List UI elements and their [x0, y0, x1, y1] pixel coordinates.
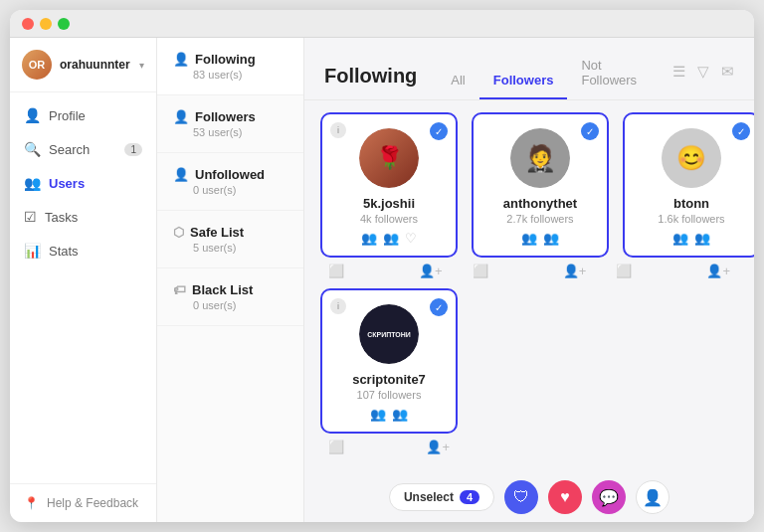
tab-followers[interactable]: Followers [479, 67, 568, 99]
stats-icon: 📊 [24, 243, 41, 259]
user-card-anthonythet[interactable]: ✓ 🤵 anthonythet 2.7k followers 👥 👥 [472, 112, 609, 258]
middle-item-followers[interactable]: 👤 Followers 53 user(s) [157, 95, 303, 153]
avatar-joshii: 🌹 [359, 128, 419, 188]
username-anthonythet: anthonythet [503, 196, 577, 211]
safelist-icon: ⬡ [173, 225, 184, 240]
unselect-count: 4 [460, 490, 479, 504]
sidebar-item-stats[interactable]: 📊 Stats [10, 234, 156, 267]
titlebar [10, 10, 754, 38]
header-actions: ☰ ▽ ✉ [672, 63, 734, 89]
close-dot[interactable] [22, 18, 34, 30]
blacklist-icon: 🏷 [173, 282, 186, 297]
check-icon: ✓ [581, 122, 599, 140]
follow-button-3[interactable]: 👤+ [706, 264, 730, 278]
app-window: OR orahuunnter ▾ 👤 Profile 🔍 Search 1 👥 … [10, 10, 754, 522]
tasks-icon: ☑ [24, 209, 37, 225]
users-icon2: 👥 [392, 407, 408, 422]
user-card-joshii[interactable]: i ✓ 🌹 5k.joshii 4k followers 👥 👥 ♡ [320, 112, 458, 258]
check-icon: ✓ [430, 122, 448, 140]
middle-item-following[interactable]: 👤 Following 83 user(s) [157, 38, 303, 95]
sidebar-item-profile[interactable]: 👤 Profile [10, 98, 156, 132]
search-action-button[interactable]: ☰ [672, 63, 685, 81]
safelist-label: Safe List [190, 225, 244, 240]
users-icon: 👥 [521, 231, 537, 246]
sidebar-item-label: Profile [49, 108, 86, 123]
content-area: OR orahuunnter ▾ 👤 Profile 🔍 Search 1 👥 … [10, 38, 754, 522]
username-label: orahuunnter [60, 58, 131, 72]
help-icon: 📍 [24, 496, 39, 510]
cards-row-2: i ✓ СКРИПТОНИ scriptonite7 107 followers… [320, 288, 738, 434]
username-btonn: btonn [673, 196, 709, 211]
maximize-dot[interactable] [58, 18, 70, 30]
sidebar-user[interactable]: OR orahuunnter ▾ [10, 38, 156, 92]
avatar-logo-text: СКРИПТОНИ [359, 304, 419, 364]
avatar: OR [22, 50, 52, 80]
shield-action-button[interactable]: 🛡 [504, 480, 538, 514]
unselect-label: Unselect [404, 490, 454, 504]
middle-item-blacklist[interactable]: 🏷 Black List 0 user(s) [157, 268, 303, 326]
users-icon: 👥 [370, 407, 386, 422]
heart-action-button[interactable]: ♥ [548, 480, 582, 514]
minimize-dot[interactable] [40, 18, 52, 30]
card-social-icons: 👥 👥 [521, 231, 559, 246]
tab-not-followers[interactable]: Not Followers [567, 52, 672, 99]
sidebar-item-users[interactable]: 👥 Users [10, 166, 156, 200]
cards-action-row-1: ⬜ 👤+ ⬜ 👤+ ⬜ 👤+ [320, 264, 738, 278]
user-action-button[interactable]: 👤 [636, 480, 669, 514]
followers-count: 53 user(s) [193, 126, 287, 138]
sidebar-item-tasks[interactable]: ☑ Tasks [10, 200, 156, 234]
help-label: Help & Feedback [47, 496, 138, 510]
open-link-button-3[interactable]: ⬜ [616, 264, 632, 278]
sidebar-item-label: Users [49, 176, 85, 191]
unfollowed-label: Unfollowed [195, 167, 265, 182]
profile-icon: 👤 [24, 107, 41, 123]
safelist-count: 5 user(s) [193, 242, 287, 254]
main-area: Following All Followers Not Followers ☰ … [304, 38, 754, 522]
main-header: Following All Followers Not Followers ☰ … [304, 38, 754, 99]
user-card-scriptonite7[interactable]: i ✓ СКРИПТОНИ scriptonite7 107 followers… [320, 288, 458, 434]
edit-action-button[interactable]: ✉ [721, 63, 734, 81]
tab-all[interactable]: All [437, 67, 478, 99]
followers-scriptonite7: 107 followers [357, 389, 422, 401]
user-card-btonn[interactable]: ✓ 😊 btonn 1.6k followers 👥 👥 [623, 112, 754, 258]
unselect-button[interactable]: Unselect 4 [389, 483, 494, 511]
cards-area: i ✓ 🌹 5k.joshii 4k followers 👥 👥 ♡ [304, 112, 754, 472]
users-icon: 👥 [672, 231, 688, 246]
check-icon: ✓ [732, 122, 750, 140]
blacklist-label: Black List [192, 282, 253, 297]
sidebar-nav: 👤 Profile 🔍 Search 1 👥 Users ☑ Tasks [10, 92, 156, 483]
divider [304, 99, 754, 100]
chat-action-button[interactable]: 💬 [592, 480, 626, 514]
middle-item-unfollowed[interactable]: 👤 Unfollowed 0 user(s) [157, 153, 303, 211]
username-joshii: 5k.joshii [363, 196, 415, 211]
filter-action-button[interactable]: ▽ [697, 63, 709, 81]
users-icon: 👥 [361, 231, 377, 246]
follow-button-4[interactable]: 👤+ [426, 440, 450, 454]
follow-button-1[interactable]: 👤+ [419, 264, 443, 278]
search-icon: 🔍 [24, 141, 41, 157]
open-link-button-2[interactable]: ⬜ [473, 264, 488, 278]
cards-row-1: i ✓ 🌹 5k.joshii 4k followers 👥 👥 ♡ [320, 112, 738, 258]
help-feedback-item[interactable]: 📍 Help & Feedback [10, 483, 156, 522]
following-count: 83 user(s) [193, 69, 287, 81]
unfollowed-count: 0 user(s) [193, 184, 287, 196]
card-social-icons: 👥 👥 [672, 231, 710, 246]
unfollowed-icon: 👤 [173, 167, 189, 182]
open-link-button-1[interactable]: ⬜ [328, 264, 344, 278]
follow-button-2[interactable]: 👤+ [563, 264, 587, 278]
users-icon2: 👥 [543, 231, 559, 246]
sidebar-item-label: Search [49, 142, 90, 157]
sidebar-item-search[interactable]: 🔍 Search 1 [10, 132, 156, 166]
middle-item-safelist[interactable]: ⬡ Safe List 5 user(s) [157, 211, 303, 268]
avatar-scriptonite7: СКРИПТОНИ [359, 304, 419, 364]
followers-joshii: 4k followers [360, 213, 418, 225]
followers-icon: 👤 [173, 109, 189, 124]
chevron-down-icon: ▾ [139, 60, 144, 71]
followers-label: Followers [195, 109, 256, 124]
heart-icon: ♡ [405, 231, 417, 246]
cards-action-row-2: ⬜ 👤+ [320, 440, 738, 454]
sidebar-item-label: Tasks [45, 210, 78, 225]
sidebar: OR orahuunnter ▾ 👤 Profile 🔍 Search 1 👥 … [10, 38, 157, 522]
open-link-button-4[interactable]: ⬜ [328, 440, 344, 454]
middle-panel: 👤 Following 83 user(s) 👤 Followers 53 us… [157, 38, 304, 522]
